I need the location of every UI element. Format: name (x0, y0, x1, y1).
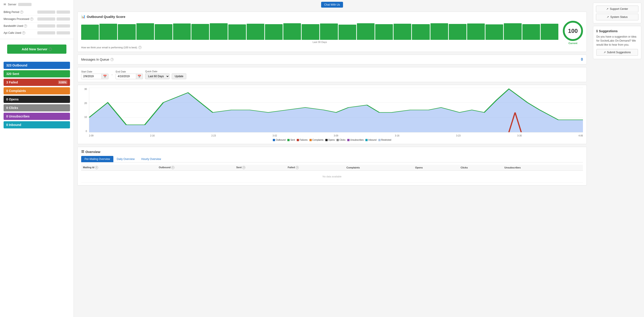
stat-badge-clicks[interactable]: 0 Clicks (4, 104, 70, 111)
submit-suggestions-button[interactable]: ↗ Submit Suggestions (596, 49, 638, 56)
quality-bar-item (247, 24, 264, 40)
start-date-label: Start Date (81, 70, 108, 73)
queue-count: 0 (581, 58, 583, 62)
column-header: Complaints (344, 165, 413, 171)
stat-label: 0 Clicks (6, 106, 18, 110)
quality-bars: Last 30 Days (81, 22, 558, 43)
stat-badge-opens[interactable]: 0 Opens (4, 96, 70, 103)
col-help-icon: ? (242, 166, 245, 169)
add-server-button[interactable]: Add New Server ? (7, 45, 66, 54)
quality-bar-item (338, 25, 356, 40)
quality-bar-item (228, 24, 246, 40)
tab-daily-overview[interactable]: Daily Overview (113, 156, 138, 162)
legend-dot (347, 139, 350, 141)
legend-label: Outbound (276, 139, 286, 141)
legend-label: Restricted (381, 139, 391, 141)
legend-item: Clicks (336, 139, 346, 141)
quality-description: How we think your email is performing (1… (81, 46, 583, 49)
start-date-calendar-button[interactable]: 📅 (102, 74, 108, 79)
x-label: 3-30 (517, 134, 522, 137)
overview-tabs: Per-Mailing OverviewDaily OverviewHourly… (81, 156, 583, 162)
legend-dot (378, 139, 380, 141)
chat-button[interactable]: Chat With Us (321, 2, 343, 8)
add-server-label: Add New Server (22, 47, 48, 51)
stat-badge-failed[interactable]: 3 Failed0.93% (4, 79, 70, 86)
help-icon: ? (24, 24, 27, 28)
stat-badge-outbound[interactable]: 323 Outbound (4, 62, 70, 69)
quality-bar-item (357, 23, 374, 40)
tab-per-mailing-overview[interactable]: Per-Mailing Overview (81, 156, 113, 162)
value-bar-2 (56, 11, 70, 14)
svg-marker-3 (89, 89, 583, 132)
stat-label: 320 Sent (6, 72, 19, 76)
value-bar (37, 18, 55, 21)
quality-bar-item (265, 24, 283, 40)
quick-date-select[interactable]: Last 60 DaysLast 30 DaysLast 7 DaysToday (145, 73, 170, 79)
legend-label: Clicks (340, 139, 346, 141)
stat-badge-sent[interactable]: 320 Sent (4, 70, 70, 77)
quality-bar-item (118, 24, 136, 40)
y-label: 20 (84, 102, 87, 105)
update-button[interactable]: Update (172, 73, 186, 79)
queue-text: Messages In Queue (81, 58, 109, 61)
overview-header: ☰ Overview (81, 150, 583, 154)
quality-header: 📊 Outbound Quality Score (81, 15, 583, 19)
quality-title: Outbound Quality Score (87, 15, 126, 19)
end-date-calendar-button[interactable]: 📅 (136, 74, 143, 79)
suggestions-text: Do you have a suggestion or idea for Soc… (596, 35, 638, 47)
stats-section: 323 Outbound320 Sent3 Failed0.93%0 Compl… (0, 59, 74, 132)
x-label: 3-16 (395, 134, 399, 137)
external-link-icon: ↗ (606, 8, 608, 11)
info-label: Billing Period ? (4, 11, 37, 14)
quality-help-icon: ? (138, 46, 142, 49)
stat-badge-complaints[interactable]: 0 Complaints (4, 87, 70, 94)
info-value (37, 11, 70, 14)
end-date-wrap: 📅 (116, 74, 143, 79)
quality-score-circle: 100 (563, 21, 583, 41)
stat-label: 0 Inbound (6, 123, 21, 127)
queue-label: Messages In Queue ? (81, 58, 114, 61)
chat-bar: Chat With Us (77, 0, 587, 12)
stat-badge-unsubscribes[interactable]: 0 Unsubscribes (4, 113, 70, 120)
quality-bar-item (302, 24, 319, 40)
tab-hourly-overview[interactable]: Hourly Overview (138, 156, 164, 162)
right-button-system-status[interactable]: ↗System Status (596, 14, 638, 20)
queue-section: Messages In Queue ? 0 (77, 55, 587, 65)
quality-bar-item (192, 24, 209, 40)
overview-thead: Mailing Id ?Outbound ?Sent ?Failed ?Comp… (81, 165, 583, 171)
server-header: ✉ Server (4, 3, 70, 6)
legend-item: Failures (297, 139, 308, 141)
queue-help-icon: ? (110, 58, 114, 61)
stat-percent: 0.93% (58, 81, 67, 84)
add-server-section: Add New Server ? (0, 39, 74, 59)
legend-dot (287, 139, 290, 141)
start-date-input[interactable] (82, 74, 102, 79)
stat-label: 323 Outbound (6, 64, 27, 67)
stat-label: 0 Unsubscribes (6, 115, 30, 118)
info-rows: Billing Period ? Messages Processed ? Ba… (4, 9, 70, 36)
column-header: Sent ? (234, 165, 286, 171)
stat-badge-inbound[interactable]: 0 Inbound (4, 121, 70, 128)
right-button-support-center[interactable]: ↗Support Center (596, 6, 638, 12)
end-date-input[interactable] (116, 74, 136, 79)
column-header: Unsubscribes (503, 165, 583, 171)
quality-bar-item (467, 24, 485, 40)
help-icon: ? (20, 11, 23, 14)
info-row: Messages Processed ? (4, 16, 70, 23)
overview-table: Mailing Id ?Outbound ?Sent ?Failed ?Comp… (81, 165, 583, 183)
info-value (37, 18, 70, 21)
column-header: Mailing Id ? (81, 165, 157, 171)
legend-label: Inbound (368, 139, 376, 141)
start-date-group: Start Date 📅 (81, 70, 108, 79)
end-date-label: End Date (116, 70, 143, 73)
info-icon: ℹ (596, 29, 598, 33)
quality-bar-item (375, 24, 393, 40)
quality-score-number: 100 (568, 28, 578, 35)
value-bar (37, 24, 55, 28)
info-value (37, 24, 70, 28)
quality-bar-item (173, 24, 191, 40)
legend-item: Sent (287, 139, 295, 141)
x-label: 2-09 (89, 134, 94, 137)
value-bar-2 (56, 31, 70, 35)
column-header: Outbound ? (157, 165, 234, 171)
